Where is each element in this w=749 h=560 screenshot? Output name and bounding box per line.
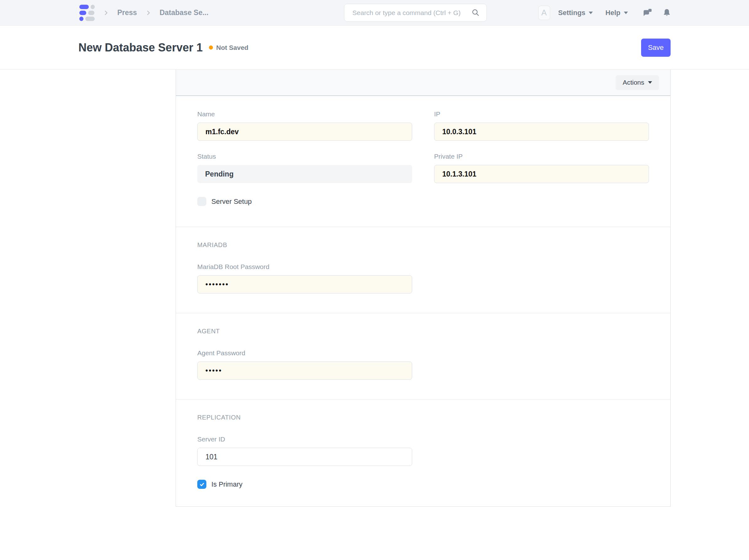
save-button[interactable]: Save: [641, 39, 670, 57]
section-basic: Name IP Status Pending Private IP: [176, 96, 670, 227]
navbar-right: A Settings Help: [538, 6, 671, 20]
private-ip-input[interactable]: [434, 165, 649, 183]
mariadb-heading: MARIADB: [197, 241, 649, 249]
settings-label: Settings: [558, 9, 585, 17]
global-search: [344, 4, 487, 22]
field-name: Name: [197, 110, 412, 141]
server-id-input[interactable]: [197, 448, 412, 466]
search-icon: [471, 8, 480, 18]
replication-heading: REPLICATION: [197, 414, 649, 421]
actions-label: Actions: [623, 79, 644, 86]
page-head: New Database Server 1 Not Saved Save: [0, 26, 749, 70]
agent-password-input[interactable]: [197, 362, 412, 380]
breadcrumb-database-server[interactable]: Database Se...: [159, 8, 209, 17]
help-menu[interactable]: Help: [605, 9, 628, 17]
chat-bubbles-icon[interactable]: [642, 8, 652, 18]
server-setup-label: Server Setup: [211, 197, 252, 206]
private-ip-label: Private IP: [434, 153, 649, 160]
status-label: Status: [197, 153, 412, 160]
caret-down-icon: [624, 12, 628, 14]
field-mariadb-root-password: MariaDB Root Password: [197, 263, 412, 294]
agent-heading: AGENT: [197, 328, 649, 335]
indicator-label: Not Saved: [216, 44, 249, 51]
name-label: Name: [197, 110, 412, 118]
indicator-dot-icon: [209, 45, 213, 49]
field-private-ip: Private IP: [434, 153, 649, 183]
caret-down-icon: [589, 12, 593, 14]
frappe-cloud-logo-icon[interactable]: [79, 5, 95, 21]
is-primary-checkbox[interactable]: [197, 480, 207, 489]
section-mariadb: MARIADB MariaDB Root Password: [176, 227, 670, 313]
section-replication: REPLICATION Server ID Is Primary: [176, 399, 670, 507]
bell-icon[interactable]: [662, 8, 671, 18]
mariadb-root-password-input[interactable]: [197, 275, 412, 294]
search-input[interactable]: [344, 4, 487, 22]
status-indicator: Not Saved: [209, 44, 249, 51]
user-avatar[interactable]: A: [538, 6, 550, 20]
name-input[interactable]: [197, 123, 412, 141]
field-server-id: Server ID: [197, 435, 412, 466]
page-title: New Database Server 1: [79, 41, 202, 54]
navbar: Press Database Se... A Settings Help: [0, 0, 749, 26]
field-ip: IP: [434, 110, 649, 141]
actions-button[interactable]: Actions: [616, 75, 659, 90]
breadcrumb-press[interactable]: Press: [117, 8, 137, 17]
mariadb-root-password-label: MariaDB Root Password: [197, 263, 412, 271]
caret-down-icon: [648, 81, 652, 84]
server-setup-checkbox[interactable]: [197, 197, 207, 206]
chevron-right-icon: [103, 10, 109, 16]
server-id-label: Server ID: [197, 435, 412, 443]
chevron-right-icon: [145, 10, 151, 16]
form-page: Actions Name IP Status Pending: [0, 70, 749, 551]
section-agent: AGENT Agent Password: [176, 313, 670, 399]
breadcrumb: Press Database Se...: [79, 5, 209, 21]
server-setup-row: Server Setup: [197, 197, 649, 206]
status-value: Pending: [197, 165, 412, 183]
field-agent-password: Agent Password: [197, 349, 412, 380]
ip-input[interactable]: [434, 123, 649, 141]
settings-menu[interactable]: Settings: [558, 9, 593, 17]
form-card: Actions Name IP Status Pending: [176, 70, 670, 507]
ip-label: IP: [434, 110, 649, 118]
agent-password-label: Agent Password: [197, 349, 412, 357]
field-status: Status Pending: [197, 153, 412, 183]
is-primary-label: Is Primary: [211, 480, 242, 489]
help-label: Help: [605, 9, 620, 17]
form-toolbar: Actions: [176, 70, 670, 96]
is-primary-row: Is Primary: [197, 480, 649, 489]
